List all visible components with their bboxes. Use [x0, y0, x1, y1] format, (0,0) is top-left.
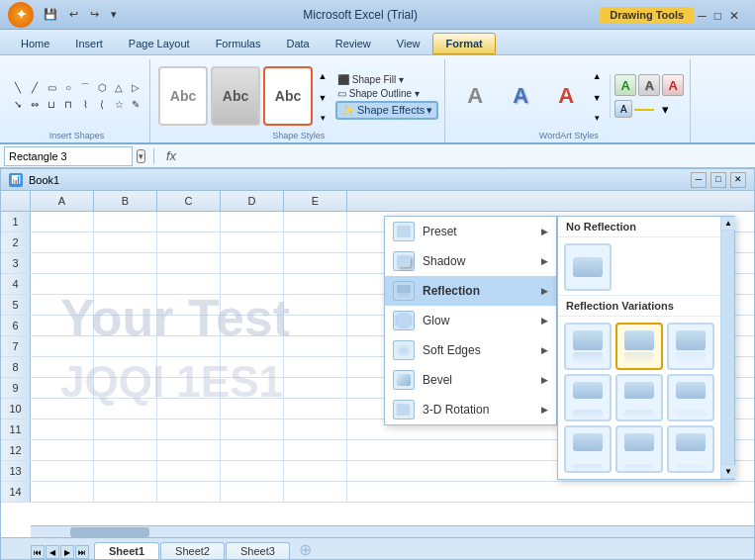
cell-C10[interactable]	[157, 399, 221, 419]
cell-D8[interactable]	[221, 357, 284, 377]
restore-sheet-btn[interactable]: □	[710, 172, 726, 188]
cell-E1[interactable]	[284, 212, 347, 232]
shape-icon-9[interactable]: ➘	[10, 97, 26, 113]
cell-B5[interactable]	[94, 295, 157, 315]
cell-C2[interactable]	[157, 233, 221, 252]
row-header-4[interactable]: 4	[1, 274, 31, 294]
col-header-B[interactable]: B	[94, 191, 157, 211]
cell-C13[interactable]	[157, 461, 221, 481]
cell-B7[interactable]	[94, 336, 157, 356]
shape-fill-btn[interactable]: ⬛ Shape Fill ▾	[335, 73, 438, 86]
cell-E9[interactable]	[284, 378, 347, 398]
cell-C4[interactable]	[157, 274, 221, 294]
cell-D9[interactable]	[221, 378, 284, 398]
shape-icon-14[interactable]: ⟨	[94, 97, 110, 113]
save-quick-btn[interactable]: 💾	[40, 6, 61, 23]
reflection-item-3-2[interactable]	[615, 425, 663, 473]
reflection-item-2-1[interactable]	[564, 374, 612, 421]
shape-icon-11[interactable]: ⊔	[44, 97, 59, 113]
tab-review[interactable]: Review	[323, 33, 384, 54]
wordart-scroll-up[interactable]: ▲	[590, 66, 604, 86]
menu-item-preset[interactable]: Preset ▶	[385, 217, 556, 246]
cell-C1[interactable]	[157, 212, 221, 232]
reflection-item-3-3[interactable]	[667, 425, 714, 473]
row-header-7[interactable]: 7	[1, 336, 31, 356]
tab-formulas[interactable]: Formulas	[203, 33, 274, 54]
cell-B3[interactable]	[94, 253, 157, 273]
menu-item-glow[interactable]: Glow ▶	[385, 306, 556, 335]
cell-E10[interactable]	[284, 399, 347, 419]
cell-E2[interactable]	[284, 233, 347, 252]
wordart-dropdown[interactable]: ▾	[590, 110, 604, 126]
wordart-btn-3[interactable]: A	[544, 74, 588, 118]
row-header-14[interactable]: 14	[1, 482, 31, 502]
reflection-item-1-1[interactable]	[564, 323, 612, 370]
cell-D3[interactable]	[221, 253, 284, 273]
cell-C7[interactable]	[157, 336, 221, 356]
cell-D7[interactable]	[221, 336, 284, 356]
tab-view[interactable]: View	[384, 33, 433, 54]
sheet-nav-prev[interactable]: ◀	[46, 545, 59, 559]
wordart-scroll-down[interactable]: ▼	[590, 88, 604, 108]
sheet-tab-3[interactable]: Sheet3	[226, 542, 290, 559]
cell-E3[interactable]	[284, 253, 347, 273]
shape-icon-16[interactable]: ✎	[128, 97, 143, 113]
reflection-item-1-2[interactable]	[615, 323, 663, 370]
close-btn[interactable]: ✕	[729, 9, 739, 23]
row-header-6[interactable]: 6	[1, 316, 31, 335]
cell-B13[interactable]	[94, 461, 157, 481]
shape-icon-2[interactable]: ╱	[27, 80, 43, 96]
minimize-btn[interactable]: ─	[698, 9, 707, 23]
cell-B12[interactable]	[94, 440, 157, 460]
scroll-down-arrow[interactable]: ▼	[721, 465, 735, 479]
style-btn-2[interactable]: Abc	[211, 66, 260, 126]
style-btn-1[interactable]: Abc	[158, 66, 208, 126]
cell-B1[interactable]	[94, 212, 157, 232]
style-scroll-up[interactable]: ▲	[316, 66, 330, 86]
menu-item-3d-rotation[interactable]: 3-D Rotation ▶	[385, 395, 556, 424]
cell-B14[interactable]	[94, 482, 157, 502]
style-dropdown[interactable]: ▾	[316, 110, 330, 126]
col-header-C[interactable]: C	[157, 191, 221, 211]
shape-outline-btn[interactable]: ▭ Shape Outline ▾	[335, 87, 438, 100]
tab-data[interactable]: Data	[273, 33, 322, 54]
sheet-tab-2[interactable]: Sheet2	[160, 542, 225, 559]
cell-C12[interactable]	[157, 440, 221, 460]
cell-D6[interactable]	[221, 316, 284, 335]
cell-A6[interactable]	[31, 316, 94, 335]
row-header-2[interactable]: 2	[1, 233, 31, 252]
undo-quick-btn[interactable]: ↩	[65, 6, 82, 23]
cell-A5[interactable]	[31, 295, 94, 315]
row-header-13[interactable]: 13	[1, 461, 31, 481]
tab-home[interactable]: Home	[8, 33, 62, 54]
shape-icon-15[interactable]: ☆	[111, 97, 127, 113]
col-header-D[interactable]: D	[221, 191, 284, 211]
cell-A4[interactable]	[31, 274, 94, 294]
menu-item-reflection[interactable]: Reflection ▶	[385, 276, 556, 306]
row-header-5[interactable]: 5	[1, 295, 31, 315]
shape-icon-3[interactable]: ▭	[44, 80, 59, 96]
formula-input[interactable]	[184, 146, 751, 166]
no-reflection-item[interactable]	[564, 243, 612, 291]
cell-B9[interactable]	[94, 378, 157, 398]
wordart-btn-2[interactable]: A	[499, 74, 542, 118]
text-outline-btn[interactable]: A	[638, 74, 660, 96]
reflection-item-2-3[interactable]	[667, 374, 714, 421]
cell-E5[interactable]	[284, 295, 347, 315]
row-header-12[interactable]: 12	[1, 440, 31, 460]
cell-E7[interactable]	[284, 336, 347, 356]
restore-btn[interactable]: □	[714, 9, 721, 23]
cell-D12[interactable]	[221, 440, 284, 460]
cell-D1[interactable]	[221, 212, 284, 232]
sheet-tab-1[interactable]: Sheet1	[94, 542, 159, 559]
cell-E12[interactable]	[284, 440, 347, 460]
cell-D10[interactable]	[221, 399, 284, 419]
style-btn-3[interactable]: Abc	[263, 66, 313, 126]
scroll-up-arrow[interactable]: ▲	[721, 217, 735, 231]
sheet-nav-first[interactable]: ⏮	[31, 545, 45, 559]
shape-effects-btn[interactable]: ✨ Shape Effects ▾	[335, 101, 438, 120]
shape-icon-12[interactable]: ⊓	[60, 97, 76, 113]
row-header-11[interactable]: 11	[1, 420, 31, 439]
shape-icon-1[interactable]: ╲	[10, 80, 26, 96]
shape-icon-10[interactable]: ⇔	[27, 97, 43, 113]
